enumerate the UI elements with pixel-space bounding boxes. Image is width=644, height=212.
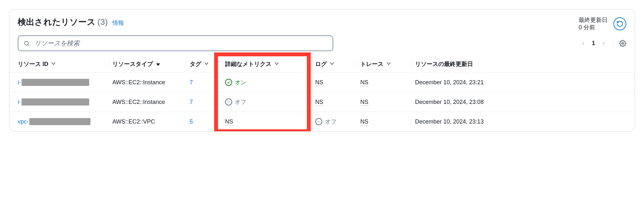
status-ns: NS bbox=[315, 99, 323, 106]
title-wrap: 検出されたリソース (3) 情報 bbox=[18, 16, 124, 28]
pagination: 1 bbox=[581, 39, 626, 48]
col-resource-type-label: リソースタイプ bbox=[112, 60, 153, 68]
search-box[interactable] bbox=[18, 35, 333, 51]
table-row: vpc-AWS::EC2::VPC5NSオフNSDecember 10, 202… bbox=[9, 112, 635, 132]
resource-id-link[interactable]: i- bbox=[18, 98, 89, 106]
detailed-metrics-cell: オフ bbox=[222, 92, 312, 112]
svg-line-1 bbox=[28, 44, 29, 46]
col-log-label: ログ bbox=[315, 60, 327, 68]
table-row: i-AWS::EC2::Instance7オフNSNSDecember 10, … bbox=[9, 92, 635, 112]
chevron-left-icon bbox=[581, 40, 585, 47]
resource-count: (3) bbox=[98, 17, 108, 27]
detected-resources-panel: 検出されたリソース (3) 情報 最終更新日 0 分前 bbox=[9, 9, 635, 132]
status-ns: NS bbox=[225, 118, 233, 125]
status-ns: NS bbox=[360, 99, 368, 106]
tag-count-link[interactable]: 7 bbox=[190, 99, 193, 105]
log-cell: NS bbox=[312, 92, 357, 112]
last-updated-label: 最終更新日 bbox=[579, 16, 608, 24]
status-ns: NS bbox=[360, 79, 368, 86]
next-page-button[interactable] bbox=[601, 40, 606, 47]
table-body: i-AWS::EC2::Instance7オンNSNSDecember 10, … bbox=[9, 73, 635, 132]
col-resource-id[interactable]: リソース ID bbox=[9, 56, 109, 73]
minus-circle-icon bbox=[315, 118, 322, 125]
table-row: i-AWS::EC2::Instance7オンNSNSDecember 10, … bbox=[9, 73, 635, 92]
col-detailed-metrics-label: 詳細なメトリクス bbox=[225, 60, 271, 68]
last-updated-cell: December 10, 2024, 23:08 bbox=[412, 92, 635, 112]
redacted-block bbox=[29, 118, 90, 125]
status-off: オフ bbox=[225, 98, 246, 106]
last-updated-value: 0 分前 bbox=[579, 24, 608, 31]
filter-icon bbox=[275, 63, 279, 65]
sort-desc-icon bbox=[156, 61, 160, 68]
resources-table: リソース ID リソースタイプ タグ bbox=[9, 56, 635, 131]
search-input[interactable] bbox=[34, 39, 327, 47]
minus-circle-icon bbox=[225, 98, 232, 106]
col-log[interactable]: ログ bbox=[312, 56, 357, 73]
table-wrap: リソース ID リソースタイプ タグ bbox=[9, 56, 635, 131]
svg-point-2 bbox=[622, 42, 624, 44]
check-circle-icon bbox=[225, 79, 232, 86]
col-last-updated[interactable]: リソースの最終更新日 bbox=[412, 56, 635, 73]
log-cell: NS bbox=[312, 73, 357, 92]
status-off: オフ bbox=[315, 118, 336, 125]
status-ns: NS bbox=[315, 79, 323, 86]
refresh-button[interactable] bbox=[613, 17, 626, 30]
detailed-metrics-cell: オン bbox=[222, 73, 312, 92]
trace-cell: NS bbox=[357, 73, 412, 92]
col-resource-type[interactable]: リソースタイプ bbox=[109, 56, 186, 73]
status-ns: NS bbox=[360, 118, 368, 125]
panel-title: 検出されたリソース bbox=[18, 16, 96, 28]
filter-icon bbox=[52, 63, 55, 65]
resource-type-cell: AWS::EC2::Instance bbox=[109, 73, 186, 92]
col-last-updated-label: リソースの最終更新日 bbox=[415, 60, 473, 68]
log-cell: オフ bbox=[312, 112, 357, 132]
divider bbox=[612, 39, 613, 48]
panel-header: 検出されたリソース (3) 情報 最終更新日 0 分前 bbox=[9, 16, 635, 35]
info-link[interactable]: 情報 bbox=[112, 19, 124, 27]
toolbar: 1 bbox=[9, 35, 635, 56]
last-updated-cell: December 10, 2024, 23:21 bbox=[412, 73, 635, 92]
header-right: 最終更新日 0 分前 bbox=[579, 16, 626, 31]
filter-icon bbox=[330, 63, 334, 65]
filter-icon bbox=[204, 63, 208, 65]
gear-icon bbox=[619, 40, 626, 47]
chevron-right-icon bbox=[601, 40, 606, 47]
last-updated: 最終更新日 0 分前 bbox=[579, 16, 608, 31]
trace-cell: NS bbox=[357, 112, 412, 132]
col-detailed-metrics[interactable]: 詳細なメトリクス bbox=[222, 56, 312, 73]
search-icon bbox=[24, 40, 30, 47]
settings-button[interactable] bbox=[619, 40, 626, 47]
prev-page-button[interactable] bbox=[581, 40, 585, 47]
resource-type-cell: AWS::EC2::Instance bbox=[109, 92, 186, 112]
trace-cell: NS bbox=[357, 92, 412, 112]
detailed-metrics-cell: NS bbox=[222, 112, 312, 132]
tag-count-link[interactable]: 5 bbox=[190, 118, 193, 125]
resource-type-cell: AWS::EC2::VPC bbox=[109, 112, 186, 132]
refresh-icon bbox=[616, 20, 623, 27]
col-resource-id-label: リソース ID bbox=[18, 60, 48, 68]
redacted-block bbox=[22, 79, 89, 86]
col-tag-label: タグ bbox=[190, 60, 201, 68]
resource-id-link[interactable]: i- bbox=[18, 79, 89, 86]
filter-icon bbox=[387, 63, 391, 65]
col-tag[interactable]: タグ bbox=[186, 56, 222, 73]
redacted-block bbox=[22, 98, 89, 106]
last-updated-cell: December 10, 2024, 23:13 bbox=[412, 112, 635, 132]
tag-count-link[interactable]: 7 bbox=[190, 79, 193, 86]
col-trace[interactable]: トレース bbox=[357, 56, 412, 73]
page-number: 1 bbox=[592, 40, 595, 47]
status-on: オン bbox=[225, 78, 246, 86]
resource-id-link[interactable]: vpc- bbox=[18, 118, 90, 125]
col-trace-label: トレース bbox=[360, 60, 384, 68]
